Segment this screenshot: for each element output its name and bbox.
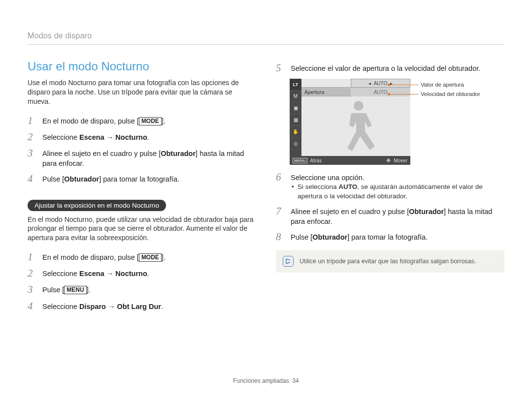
step-number: 8 [276,231,286,243]
step-a3: 3 Alinee el sujeto en el cuadro y pulse … [28,148,256,169]
menu-keycap: MENU [64,286,86,294]
auto-label: AUTO [374,81,388,86]
step-7: 7 Alinee el sujeto en el cuadro y pulse … [276,206,504,227]
camera-icon: ▣ [290,102,301,114]
camera-side-icons: LT M ▣ ▦ ✋ ◎ [290,79,301,156]
footer-label: Funciones ampliadas [233,377,289,384]
step-text: Seleccione el valor de apertura o la vel… [291,62,504,73]
step-b3: 3 Pulse [MENU]. [28,284,256,295]
step-a2: 2 Seleccione Escena → Nocturno. [28,131,256,143]
step-text: Seleccione Disparo → Obt Larg Dur. [42,301,256,311]
breadcrumb: Modos de disparo [28,31,504,45]
note-icon [283,256,294,267]
page-footer: Funciones ampliadas 34 [0,377,532,384]
step-8: 8 Pulse [Obturador] para tomar la fotogr… [276,231,504,243]
atras-label: Atrás [310,158,322,163]
step-b2: 2 Seleccione Escena → Nocturno. [28,268,256,279]
hand-icon: ✋ [290,126,301,138]
callout-obturador: Velocidad del obturador [421,90,480,98]
camera-bottombar: MENU Atrás ✥ Mover [290,156,410,165]
chevron-left-icon: ◂ [368,81,371,86]
step-number: 3 [28,148,37,159]
note-text: Utilice un trípode para evitar que las f… [299,258,476,265]
step-number: 6 [276,172,286,183]
note-box: Utilice un trípode para evitar que las f… [276,250,504,273]
step-text: Seleccione una opción. [291,173,504,183]
step-text: Pulse [Obturador] para tomar la fotograf… [42,173,256,184]
step-5: 5 Seleccione el valor de apertura o la v… [276,60,504,74]
footer-page: 34 [292,377,299,384]
callout-apertura: Valor de apertura [421,81,464,89]
step-text: Pulse [ [42,286,64,294]
step-a1: 1 En el modo de disparo, pulse [MODE]. [28,115,256,126]
lt-icon: LT [290,79,301,91]
callouts: Valor de apertura Velocidad del obturado… [389,81,480,99]
step-number: 4 [28,301,37,312]
step-text: Pulse [Obturador] para tomar la fotograf… [291,231,504,242]
step-text: Seleccione Escena → Nocturno. [42,268,256,278]
callout-line-icon [389,85,419,85]
step-number: 1 [28,115,37,126]
left-column: Usar el modo Nocturno Use el modo Noctur… [28,60,256,317]
step-number: 2 [28,131,37,143]
step-number: 3 [28,284,37,295]
step-text: Seleccione Escena → Nocturno. [42,131,256,142]
bullet-auto: Si selecciona AUTO, se ajustarán automát… [291,183,504,200]
callout-line-icon [389,94,419,94]
menu-keycap-icon: MENU [293,158,307,163]
step-text: ]. [162,117,166,125]
step-text: Alinee el sujeto en el cuadro y pulse [O… [42,148,256,169]
subsection-pill: Ajustar la exposición en el modo Nocturn… [28,200,166,211]
focus-icon: ▦ [290,114,301,126]
mover-label: Mover [394,158,407,163]
step-number: 7 [276,206,286,217]
step-a4: 4 Pulse [Obturador] para tomar la fotogr… [28,173,256,185]
section-title: Usar el modo Nocturno [28,60,256,73]
step-6: 6 Seleccione una opción. Si selecciona A… [276,172,504,201]
m-icon: M [290,91,301,102]
step-number: 5 [276,62,286,74]
silhouette-figure [336,98,381,155]
intro-text: Use el modo Nocturno para tomar una foto… [28,78,256,106]
step-text: ]. [87,286,91,294]
step-number: 2 [28,268,37,279]
camera-screen-wrap: LT M ▣ ▦ ✋ ◎ ◂AUTO▸ Apertura AUTO [276,79,504,165]
step-text: En el modo de disparo, pulse [ [42,253,139,261]
apertura-label: Apertura [301,88,351,96]
dpad-icon: ✥ [386,157,391,164]
step-number: 1 [28,251,37,263]
step-text: ]. [162,253,166,261]
step-b4: 4 Seleccione Disparo → Obt Larg Dur. [28,301,256,312]
right-column: 5 Seleccione el valor de apertura o la v… [276,60,504,317]
mode-keycap: MODE [139,117,162,125]
mode-keycap: MODE [139,253,162,262]
subsection-text: En el modo Nocturno, puede utilizar una … [28,215,256,243]
step-number: 4 [28,173,37,185]
mode-icon: ◎ [290,138,301,150]
step-text: Alinee el sujeto en el cuadro y pulse [O… [291,206,504,227]
step-text: En el modo de disparo, pulse [ [42,117,139,125]
step-b1: 1 En el modo de disparo, pulse [MODE]. [28,251,256,263]
